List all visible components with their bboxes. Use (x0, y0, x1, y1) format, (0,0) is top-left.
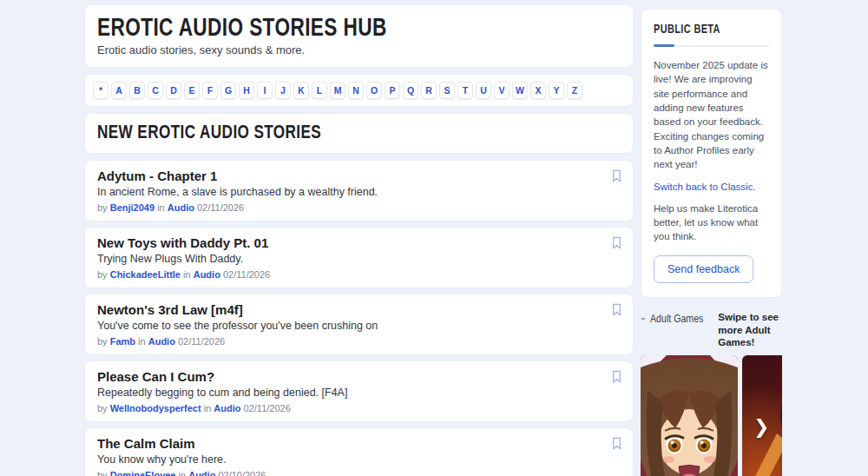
alphabet-letter-button[interactable]: K (293, 82, 309, 99)
alphabet-letter-button[interactable]: B (129, 82, 145, 99)
alphabet-letter-button[interactable]: R (421, 82, 437, 99)
story-byline: by Wellnobodysperfect in Audio 02/11/202… (97, 403, 602, 413)
public-beta-title: PUBLIC BETA (654, 22, 769, 36)
page-header-card: EROTIC AUDIO STORIES HUB Erotic audio st… (84, 4, 634, 68)
bookmark-icon[interactable] (610, 235, 623, 250)
alphabet-letter-button[interactable]: A (111, 82, 127, 99)
bookmark-icon[interactable] (610, 302, 623, 317)
adult-games-label[interactable]: Adult Games (650, 313, 713, 325)
story-description: Trying New Plugs With Daddy. (97, 253, 602, 265)
alphabet-letter-button[interactable]: M (330, 82, 345, 99)
story-title-link[interactable]: Please Can I Cum? (97, 369, 602, 384)
in-label: in (138, 336, 146, 347)
story-author-link[interactable]: Wellnobodysperfect (110, 403, 201, 413)
alphabet-letter-button[interactable]: V (494, 82, 510, 99)
story-card[interactable]: The Calm Claim You know why you're here.… (84, 427, 634, 476)
by-label: by (97, 202, 108, 213)
anime-maid-game-art: COM3D2 HAPPY NEW- YEAR COSTUME (641, 355, 738, 476)
story-author-link[interactable]: Benji2049 (110, 202, 155, 213)
alphabet-letter-button[interactable]: T (457, 82, 473, 99)
alphabet-letter-button[interactable]: L (312, 82, 327, 99)
alphabet-letter-button[interactable]: E (184, 82, 200, 99)
page-subtitle: Erotic audio stories, sexy sounds & more… (97, 43, 621, 56)
story-title-link[interactable]: The Calm Claim (97, 436, 602, 451)
story-date: 02/11/2026 (197, 202, 244, 213)
alphabet-letter-button[interactable]: G (220, 82, 236, 99)
alphabet-letter-button[interactable]: P (385, 82, 400, 99)
switch-to-classic-link[interactable]: Switch back to Classic. (654, 182, 769, 192)
by-label: by (97, 336, 108, 347)
send-feedback-button[interactable]: Send feedback (654, 255, 753, 283)
story-author-link[interactable]: DominaElovee (110, 470, 176, 476)
alphabet-letter-button[interactable]: O (366, 82, 382, 99)
story-title-link[interactable]: New Toys with Daddy Pt. 01 (97, 235, 602, 250)
story-title-link[interactable]: Newton's 3rd Law [m4f] (97, 302, 602, 317)
story-date: 02/11/2026 (178, 336, 225, 347)
story-date: 02/11/2026 (244, 403, 291, 413)
story-card[interactable]: Newton's 3rd Law [m4f] You've come to se… (84, 294, 634, 355)
alphabet-letter-button[interactable]: Q (403, 82, 418, 99)
story-category-link[interactable]: Audio (194, 269, 220, 280)
story-date: 02/11/2026 (223, 269, 270, 280)
games-bullet-icon (641, 318, 645, 320)
alphabet-letter-button[interactable]: Y (549, 82, 564, 99)
bookmark-icon[interactable] (610, 436, 623, 451)
story-date: 02/10/2026 (218, 470, 266, 476)
page-title: EROTIC AUDIO STORIES HUB (97, 13, 621, 42)
in-label: in (157, 202, 165, 213)
alphabet-letter-button[interactable]: H (239, 82, 254, 99)
alphabet-letter-button[interactable]: * (93, 82, 108, 99)
public-beta-card: PUBLIC BETA November 2025 update is live… (641, 9, 782, 298)
sidebar: PUBLIC BETA November 2025 update is live… (641, 0, 782, 476)
story-description: You know why you're here. (97, 453, 602, 466)
story-author-link[interactable]: Famb (110, 336, 135, 347)
alphabet-letter-button[interactable]: C (148, 82, 163, 99)
by-label: by (97, 470, 108, 476)
alphabet-letter-button[interactable]: Z (567, 82, 582, 99)
story-description: Repeatedly begging to cum and being deni… (97, 387, 602, 399)
in-label: in (204, 403, 212, 413)
feedback-help-text: Help us make Literotica better, let us k… (654, 202, 769, 244)
story-description: In ancient Rome, a slave is purchased by… (97, 186, 602, 198)
story-card[interactable]: Adytum - Chapter 1 In ancient Rome, a sl… (84, 160, 634, 221)
story-title-link[interactable]: Adytum - Chapter 1 (97, 169, 602, 183)
by-label: by (97, 403, 108, 413)
alphabet-letter-button[interactable]: S (439, 82, 455, 99)
adult-games-header: Adult Games Swipe to see more Adult Game… (641, 311, 782, 350)
story-category-link[interactable]: Audio (148, 336, 175, 347)
story-byline: by ChickadeeLittle in Audio 02/11/2026 (97, 269, 602, 280)
story-description: You've come to see the professor you've … (97, 320, 602, 332)
beta-announcement-text: November 2025 update is live! We are imp… (654, 58, 769, 172)
by-label: by (97, 269, 108, 280)
alphabet-letter-button[interactable]: X (530, 82, 546, 99)
alphabet-letter-button[interactable]: D (166, 82, 181, 99)
alphabet-letter-button[interactable]: I (257, 82, 273, 99)
bookmark-icon[interactable] (610, 369, 623, 384)
in-label: in (179, 470, 187, 476)
story-category-link[interactable]: Audio (188, 470, 215, 476)
alphabet-letter-button[interactable]: N (348, 82, 364, 99)
section-heading-card: NEW EROTIC AUDIO STORIES (84, 113, 634, 154)
in-label: in (183, 269, 191, 280)
story-category-link[interactable]: Audio (214, 403, 240, 413)
story-byline: by Benji2049 in Audio 02/11/2026 (97, 202, 602, 213)
games-swipe-text: Swipe to see more Adult Games! (718, 311, 782, 350)
story-category-link[interactable]: Audio (168, 202, 194, 213)
alphabet-nav: * A B C D E F G H I J K (84, 74, 634, 107)
alphabet-letter-button[interactable]: F (202, 82, 218, 99)
accent-divider (654, 45, 769, 47)
story-card[interactable]: New Toys with Daddy Pt. 01 Trying New Pl… (84, 227, 634, 288)
game-card-1[interactable]: COM3D2 HAPPY NEW- YEAR COSTUME (641, 355, 738, 476)
story-byline: by DominaElovee in Audio 02/10/2026 (97, 470, 602, 476)
alphabet-letter-button[interactable]: U (476, 82, 491, 99)
bookmark-icon[interactable] (610, 169, 623, 183)
adult-games-carousel[interactable]: COM3D2 HAPPY NEW- YEAR COSTUME (641, 355, 782, 476)
stories-list: Adytum - Chapter 1 In ancient Rome, a sl… (84, 160, 634, 476)
alphabet-letter-button[interactable]: W (512, 82, 528, 99)
carousel-next-icon[interactable]: ❯ (753, 418, 769, 437)
story-card[interactable]: Please Can I Cum? Repeatedly begging to … (84, 360, 634, 422)
alphabet-letter-button[interactable]: J (275, 82, 291, 99)
story-author-link[interactable]: ChickadeeLittle (110, 269, 181, 280)
page: EROTIC AUDIO STORIES HUB Erotic audio st… (0, 0, 868, 476)
story-byline: by Famb in Audio 02/11/2026 (97, 336, 602, 347)
